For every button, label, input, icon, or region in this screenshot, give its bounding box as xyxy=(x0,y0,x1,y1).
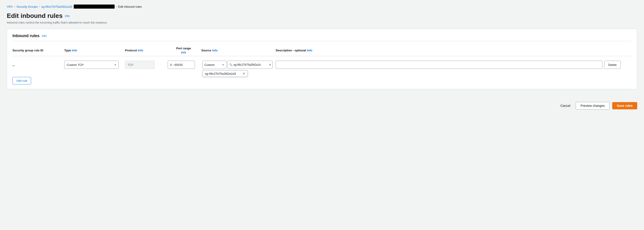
source-search-row: 🔍 ✕ xyxy=(227,61,273,69)
protocol-cell: TCP xyxy=(125,61,166,69)
page-info-link[interactable]: Info xyxy=(65,14,70,18)
source-type-select[interactable]: Custom xyxy=(202,61,226,69)
save-rules-button[interactable]: Save rules xyxy=(612,102,637,109)
type-cell[interactable]: Custom TCP ▼ xyxy=(64,61,123,69)
card-info-link[interactable]: Info xyxy=(42,34,47,38)
type-select-wrapper[interactable]: Custom TCP ▼ xyxy=(64,61,119,69)
col-source-info[interactable]: Info xyxy=(212,49,218,52)
col-header-rule-id: Security group rule ID xyxy=(12,47,62,54)
rule-id-dash: – xyxy=(12,62,15,68)
source-search-wrapper[interactable]: 🔍 ✕ xyxy=(227,61,273,69)
cancel-button[interactable]: Cancel xyxy=(558,102,573,109)
col-protocol-info[interactable]: Info xyxy=(138,49,144,52)
table-header: Security group rule ID Type Info Protoco… xyxy=(12,45,632,56)
search-icon: 🔍 xyxy=(229,63,232,66)
card-title: Inbound rules xyxy=(12,33,40,38)
port-range-value: 0 - 65535 xyxy=(170,63,183,67)
col-header-protocol: Protocol Info xyxy=(125,47,166,54)
source-cell: Custom ▼ 🔍 ✕ sg-06c27b xyxy=(201,61,274,70)
redacted-label xyxy=(74,4,114,8)
delete-cell[interactable]: Delete xyxy=(604,61,632,69)
col-header-description: Description - optional Info xyxy=(276,47,602,54)
breadcrumb-security-groups[interactable]: Security Groups xyxy=(16,5,38,8)
breadcrumb-sep-1: › xyxy=(14,5,15,8)
page-description: Inbound rules control the incoming traff… xyxy=(7,21,637,24)
rule-id-cell: – xyxy=(12,61,62,69)
source-select-wrapper[interactable]: Custom ▼ xyxy=(202,61,226,69)
breadcrumb-sep-2: › xyxy=(39,5,40,8)
inbound-rules-card: Inbound rules Info Security group rule I… xyxy=(7,29,637,89)
source-dropdown-value: sg-06c27b75a2fd2a1d3 xyxy=(205,72,236,75)
footer-bar: Cancel Preview changes Save rules xyxy=(0,98,644,113)
protocol-value: TCP xyxy=(128,63,134,67)
source-clear-button[interactable]: ✕ xyxy=(269,63,272,66)
col-description-info[interactable]: Info xyxy=(307,49,312,52)
breadcrumb-sg-id[interactable]: sg-06c27b75a2fd2a1d3 xyxy=(41,5,72,8)
source-dropdown-clear[interactable]: ✕ xyxy=(242,72,245,75)
description-input[interactable] xyxy=(276,61,602,69)
port-range-field[interactable]: 0 - 65535 xyxy=(168,61,195,69)
col-header-actions xyxy=(604,47,632,54)
type-select[interactable]: Custom TCP xyxy=(64,61,119,69)
breadcrumb-vpc[interactable]: VPC xyxy=(7,5,13,8)
description-cell[interactable] xyxy=(276,61,602,69)
col-port-info[interactable]: Info xyxy=(181,51,186,54)
page-container: VPC › Security Groups › sg-06c27b75a2fd2… xyxy=(0,0,644,98)
col-header-source: Source Info xyxy=(201,47,274,54)
page-title-row: Edit inbound rules Info xyxy=(7,12,637,19)
port-cell[interactable]: 0 - 65535 xyxy=(168,61,200,69)
card-header: Inbound rules Info xyxy=(12,33,632,41)
preview-changes-button[interactable]: Preview changes xyxy=(576,102,610,110)
source-dropdown[interactable]: sg-06c27b75a2fd2a1d3 ✕ xyxy=(202,70,248,77)
breadcrumb-sep-3: › xyxy=(116,5,117,8)
source-wrapper: Custom ▼ 🔍 ✕ xyxy=(202,61,273,69)
protocol-field: TCP xyxy=(125,61,154,69)
page-title: Edit inbound rules xyxy=(7,12,63,19)
source-search-input[interactable] xyxy=(227,61,273,69)
col-header-type: Type Info xyxy=(64,47,123,54)
breadcrumb-current-page: Edit inbound rules xyxy=(118,5,142,8)
delete-rule-button[interactable]: Delete xyxy=(604,61,621,69)
add-rule-button[interactable]: Add rule xyxy=(12,77,31,84)
table-row: – Custom TCP ▼ TCP 0 - 65 xyxy=(12,58,632,72)
breadcrumb: VPC › Security Groups › sg-06c27b75a2fd2… xyxy=(7,4,637,8)
col-type-info[interactable]: Info xyxy=(72,49,77,52)
col-header-port: Port range Info xyxy=(168,47,200,54)
